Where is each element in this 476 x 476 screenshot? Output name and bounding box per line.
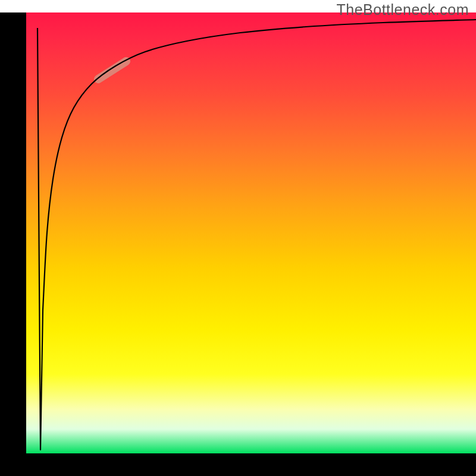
plot-frame xyxy=(0,12,476,476)
curve-highlight xyxy=(98,61,126,79)
plot-area xyxy=(26,12,476,453)
chart-svg xyxy=(26,12,476,453)
curve-path xyxy=(37,20,476,450)
watermark-text: TheBottleneck.com xyxy=(337,1,469,18)
